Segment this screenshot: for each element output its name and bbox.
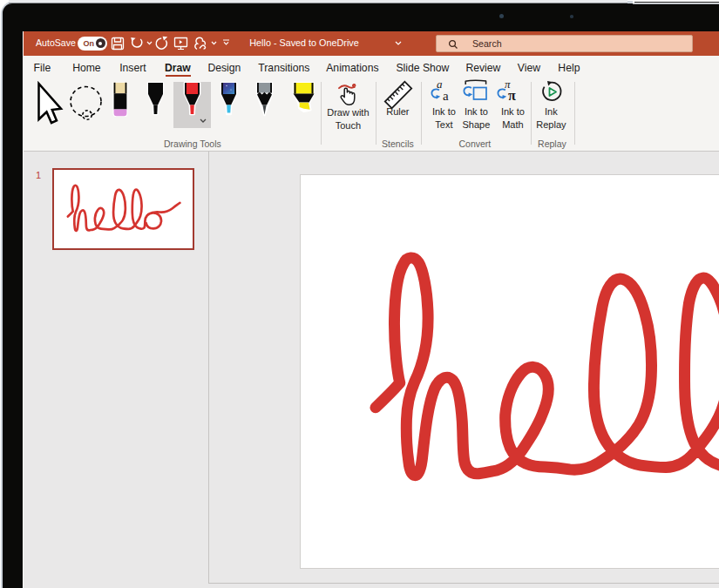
svg-text:a: a (443, 89, 449, 103)
svg-text:π: π (508, 88, 516, 103)
